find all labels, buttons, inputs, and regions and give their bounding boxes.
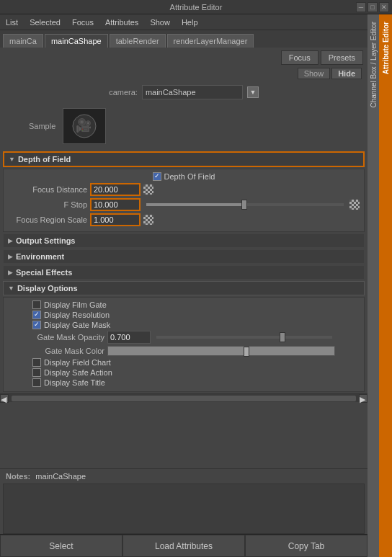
menu-bar: List Selected Focus Attributes Show Help [0,14,368,30]
display-gate-mask-label: Display Gate Mask [44,321,110,329]
menu-focus[interactable]: Focus [69,17,97,28]
display-field-chart-checkbox[interactable] [32,358,41,367]
focus-region-row: Focus Region Scale [8,213,360,226]
focus-region-label: Focus Region Scale [8,215,87,224]
display-resolution-row: Display Resolution [32,311,335,319]
display-safe-title-checkbox[interactable] [32,378,41,387]
display-options-header[interactable]: ▼ Display Options [3,281,365,295]
display-safe-title-label: Display Safe Title [44,378,105,387]
h-scroll-left[interactable]: ◀ [0,394,9,403]
focus-distance-input[interactable] [90,183,141,196]
svg-text:🎥: 🎥 [76,117,92,133]
display-resolution-label: Display Resolution [44,311,110,319]
menu-help[interactable]: Help [179,17,201,28]
output-arrow-icon: ▶ [8,237,13,244]
special-effects-title: Special Effects [16,268,72,277]
camera-input[interactable] [142,85,243,99]
tab-maincashape[interactable]: mainCaShape [45,34,108,48]
h-scroll-right[interactable]: ▶ [359,394,368,403]
fstop-slider[interactable] [146,203,344,206]
display-options-title: Display Options [17,284,78,293]
attribute-editor-label: Attribute Editor [382,22,390,74]
title-bar: Attribute Editor ─ □ ✕ [0,0,392,14]
environment-header[interactable]: ▶ Environment [3,249,365,264]
notes-section: Notes: mainCaShape [0,468,368,484]
notes-text-area [3,484,365,534]
fstop-input[interactable] [90,198,141,211]
camera-expand-icon[interactable]: ▼ [247,86,259,98]
focus-distance-checker-icon[interactable] [143,184,153,195]
tabs-row: mainCa mainCaShape tableRender renderLay… [0,30,368,48]
display-arrow-icon: ▼ [8,285,14,292]
minimize-button[interactable]: ─ [356,2,366,12]
display-gate-mask-row: Display Gate Mask [32,321,335,329]
gate-mask-opacity-input[interactable] [107,331,151,344]
window-controls: ─ □ ✕ [356,2,389,12]
menu-show[interactable]: Show [147,17,173,28]
output-settings-header[interactable]: ▶ Output Settings [3,233,365,248]
notes-value: mainCaShape [35,472,86,481]
display-resolution-checkbox[interactable] [32,311,41,319]
presets-button[interactable]: Presets [321,50,363,65]
dof-title: Depth of Field [18,155,71,164]
scroll-panel[interactable]: Sample 🎥 ▼ Depth of Field Depth Of Field… [0,102,368,468]
depth-of-field-header[interactable]: ▼ Depth of Field [3,151,365,167]
environment-title: Environment [16,252,64,261]
attribute-editor-tab[interactable]: Attribute Editor [379,14,392,557]
display-safe-action-label: Display Safe Action [44,368,112,377]
hide-button[interactable]: Hide [331,68,362,79]
h-scroll-track[interactable] [12,396,356,401]
title-text: Attribute Editor [170,3,223,12]
show-hide-row: Show Hide [0,68,368,82]
focus-button[interactable]: Focus [281,50,318,65]
display-gate-mask-checkbox[interactable] [32,321,41,329]
channel-box-label: Channel Box / Layer Editor [370,22,378,108]
fstop-row: F Stop [8,198,360,211]
display-options-content: Display Film Gate Display Resolution Dis… [3,297,365,392]
close-button[interactable]: ✕ [379,2,389,12]
sample-icon: 🎥 [70,112,99,141]
gate-mask-color-row: Gate Mask Color [32,346,335,356]
menu-attributes[interactable]: Attributes [102,17,141,28]
special-effects-header[interactable]: ▶ Special Effects [3,265,365,280]
menu-selected[interactable]: Selected [27,17,63,28]
load-attributes-button[interactable]: Load Attributes [122,535,245,557]
fstop-checker-icon[interactable] [349,200,360,210]
main-content: List Selected Focus Attributes Show Help… [0,14,368,557]
color-slider-thumb[interactable] [244,347,249,357]
dof-arrow-icon: ▼ [9,156,15,163]
menu-list[interactable]: List [3,17,21,28]
display-safe-action-checkbox[interactable] [32,368,41,377]
opacity-slider[interactable] [156,336,332,339]
select-button[interactable]: Select [0,535,122,557]
tab-renderlayermanager[interactable]: renderLayerManager [167,34,254,48]
channel-box-tab[interactable]: Channel Box / Layer Editor [368,14,379,557]
bottom-bar: Select Load Attributes Copy Tab [0,534,368,557]
dof-checkbox-row: Depth Of Field [8,172,360,181]
display-field-chart-row: Display Field Chart [32,358,335,367]
display-film-gate-row: Display Film Gate [32,300,335,309]
gate-mask-opacity-label: Gate Mask Opacity [32,333,104,342]
display-field-chart-label: Display Field Chart [44,358,111,367]
focus-region-input[interactable] [90,213,141,226]
tab-mainca[interactable]: mainCa [3,34,43,48]
focus-region-checker-icon[interactable] [143,215,153,225]
dof-fields: Depth Of Field Focus Distance F Stop [3,169,365,232]
show-button[interactable]: Show [298,68,331,79]
display-safe-action-row: Display Safe Action [32,368,335,377]
camera-label: camera: [109,88,138,97]
env-arrow-icon: ▶ [8,253,13,260]
focus-distance-label: Focus Distance [8,185,87,194]
sample-section: Sample 🎥 [0,102,368,150]
gate-mask-color-swatch[interactable] [107,346,335,356]
maximize-button[interactable]: □ [368,2,378,12]
horizontal-scrollbar[interactable]: ◀ ▶ [0,393,368,402]
gate-mask-opacity-row: Gate Mask Opacity [32,331,335,344]
tab-tablerender[interactable]: tableRender [110,34,166,48]
dof-checkbox[interactable] [153,172,161,181]
sfx-arrow-icon: ▶ [8,269,13,276]
notes-label: Notes: mainCaShape [6,472,86,481]
copy-tab-button[interactable]: Copy Tab [245,535,368,557]
display-film-gate-checkbox[interactable] [32,300,41,309]
focus-distance-row: Focus Distance [8,183,360,196]
